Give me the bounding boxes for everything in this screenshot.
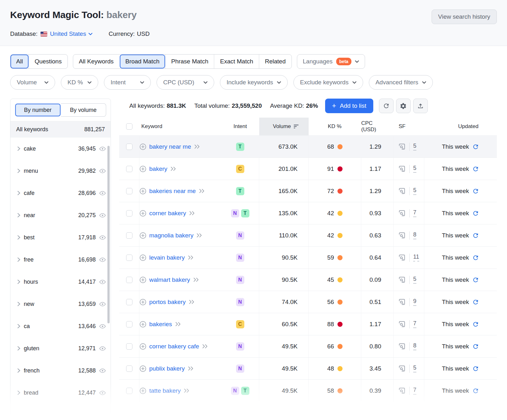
expand-keyword-icon[interactable]: [189, 211, 196, 216]
keyword-group-french[interactable]: french12,588: [10, 359, 111, 382]
eye-icon[interactable]: [99, 145, 106, 152]
match-tab-broad-match[interactable]: Broad Match: [119, 55, 165, 68]
add-keyword-icon[interactable]: [139, 254, 146, 261]
keyword-link[interactable]: corner bakery: [149, 210, 186, 217]
keyword-link[interactable]: bakery: [149, 165, 167, 172]
row-checkbox[interactable]: [126, 255, 132, 261]
expand-keyword-icon[interactable]: [175, 322, 182, 326]
eye-icon[interactable]: [99, 167, 106, 175]
select-all-checkbox[interactable]: [126, 123, 132, 130]
row-checkbox[interactable]: [126, 144, 132, 150]
sf-count-link[interactable]: 9: [413, 298, 416, 306]
add-keyword-icon[interactable]: [139, 143, 146, 150]
serp-features-icon[interactable]: [398, 187, 406, 195]
add-keyword-icon[interactable]: [139, 321, 146, 328]
serp-features-icon[interactable]: [398, 320, 406, 328]
match-tab-related[interactable]: Related: [259, 55, 292, 68]
keyword-link[interactable]: publix bakery: [149, 365, 185, 372]
row-checkbox[interactable]: [126, 299, 132, 305]
expand-keyword-icon[interactable]: [183, 388, 190, 393]
view-search-history-button[interactable]: View search history: [432, 10, 497, 24]
row-checkbox[interactable]: [126, 277, 132, 283]
refresh-metrics-icon[interactable]: [472, 321, 479, 328]
row-checkbox[interactable]: [126, 210, 132, 216]
filter-volume[interactable]: Volume: [10, 75, 55, 90]
row-checkbox[interactable]: [126, 166, 132, 172]
filter-include-keywords[interactable]: Include keywords: [220, 75, 288, 90]
sf-count-link[interactable]: 5: [413, 276, 416, 284]
database-selector[interactable]: United States: [50, 30, 93, 37]
row-checkbox[interactable]: [126, 343, 132, 350]
eye-icon[interactable]: [99, 212, 106, 219]
add-keyword-icon[interactable]: [139, 365, 146, 372]
sf-count-link[interactable]: 7: [413, 320, 416, 328]
keyword-link[interactable]: corner bakery cafe: [149, 343, 199, 350]
expand-keyword-icon[interactable]: [196, 233, 203, 238]
keyword-group-near[interactable]: near20,275: [10, 204, 111, 226]
keyword-group-best[interactable]: best17,918: [10, 226, 111, 249]
keyword-link[interactable]: portos bakery: [149, 299, 186, 306]
eye-icon[interactable]: [99, 256, 106, 263]
expand-keyword-icon[interactable]: [189, 300, 195, 304]
settings-button[interactable]: [396, 99, 411, 113]
serp-features-icon[interactable]: [398, 387, 406, 395]
eye-icon[interactable]: [99, 190, 106, 197]
keyword-group-new[interactable]: new13,659: [10, 293, 111, 315]
sf-count-link[interactable]: 8: [413, 342, 416, 350]
sf-count-link[interactable]: 5: [413, 165, 416, 173]
keyword-link[interactable]: bakeries: [149, 321, 172, 328]
add-keyword-icon[interactable]: [139, 387, 146, 394]
expand-keyword-icon[interactable]: [194, 144, 201, 149]
serp-features-icon[interactable]: [398, 209, 406, 217]
row-checkbox[interactable]: [126, 232, 132, 239]
keyword-link[interactable]: levain bakery: [149, 254, 185, 261]
add-to-list-button[interactable]: + Add to list: [325, 99, 373, 113]
sf-count-link[interactable]: 5: [413, 365, 416, 372]
refresh-metrics-icon[interactable]: [472, 365, 479, 372]
add-keyword-icon[interactable]: [139, 343, 146, 350]
filter-kd[interactable]: KD %: [61, 75, 98, 90]
add-keyword-icon[interactable]: [139, 276, 146, 283]
match-tab-all[interactable]: All: [10, 55, 29, 68]
keyword-link[interactable]: walmart bakery: [149, 276, 190, 283]
sf-count-link[interactable]: 8: [413, 231, 416, 239]
serp-features-icon[interactable]: [398, 231, 406, 239]
sf-count-link[interactable]: 7: [413, 209, 416, 217]
match-tab-phrase-match[interactable]: Phrase Match: [165, 55, 214, 68]
sf-count-link[interactable]: 7: [413, 387, 416, 395]
refresh-button[interactable]: [379, 99, 394, 113]
row-checkbox[interactable]: [126, 388, 132, 394]
eye-icon[interactable]: [99, 323, 106, 330]
expand-keyword-icon[interactable]: [188, 366, 194, 371]
add-keyword-icon[interactable]: [139, 188, 146, 195]
keyword-link[interactable]: bakery near me: [149, 143, 191, 150]
all-keywords-row[interactable]: All keywords 881,257: [10, 121, 111, 138]
row-checkbox[interactable]: [126, 321, 132, 327]
match-tab-questions[interactable]: Questions: [29, 55, 67, 68]
sidebar-scrollbar[interactable]: [107, 146, 110, 323]
column-volume-sort[interactable]: Volume: [259, 118, 309, 135]
eye-icon[interactable]: [99, 367, 106, 374]
by-number-tab[interactable]: By number: [15, 103, 61, 117]
serp-features-icon[interactable]: [398, 365, 406, 372]
keyword-group-bread[interactable]: bread12,447: [10, 382, 111, 404]
refresh-metrics-icon[interactable]: [472, 165, 479, 172]
keyword-group-cake[interactable]: cake36,945: [10, 138, 111, 160]
export-button[interactable]: [413, 99, 428, 113]
serp-features-icon[interactable]: [398, 143, 406, 151]
serp-features-icon[interactable]: [398, 254, 406, 262]
keyword-group-cafe[interactable]: cafe28,696: [10, 182, 111, 204]
refresh-metrics-icon[interactable]: [472, 143, 479, 150]
expand-keyword-icon[interactable]: [170, 166, 177, 171]
serp-features-icon[interactable]: [398, 276, 406, 284]
expand-keyword-icon[interactable]: [199, 189, 205, 193]
refresh-metrics-icon[interactable]: [472, 188, 479, 195]
refresh-metrics-icon[interactable]: [472, 254, 479, 261]
keyword-group-ca[interactable]: ca13,646: [10, 315, 111, 337]
match-tab-exact-match[interactable]: Exact Match: [214, 55, 259, 68]
expand-keyword-icon[interactable]: [188, 255, 194, 260]
eye-icon[interactable]: [99, 278, 106, 286]
refresh-metrics-icon[interactable]: [472, 387, 479, 394]
row-checkbox[interactable]: [126, 365, 132, 372]
keyword-group-hours[interactable]: hours14,417: [10, 271, 111, 293]
